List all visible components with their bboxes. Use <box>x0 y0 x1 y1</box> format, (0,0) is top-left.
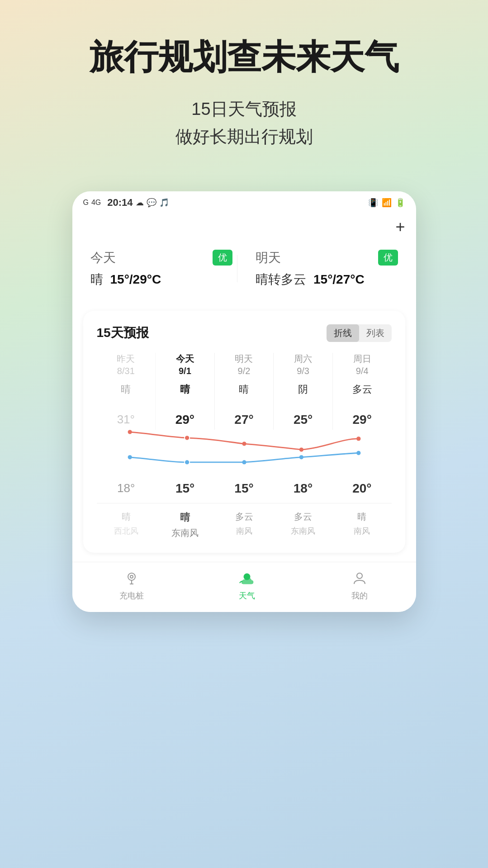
toggle-line-btn[interactable]: 折线 <box>327 324 359 342</box>
nav-label-weather: 天气 <box>239 590 255 601</box>
day-label-2: 明天 <box>235 353 253 365</box>
wind-col-3: 多云 东南风 <box>274 511 332 539</box>
high-dot-1 <box>185 435 190 440</box>
signal-icon: G <box>83 199 89 207</box>
low-temps-row: 18° 15° 15° 18° 20° <box>97 481 392 496</box>
forecast-col-sat: 周六 9/3 阴 25° <box>274 353 333 430</box>
date-label-3: 9/3 <box>297 366 309 376</box>
cond-1: 晴 <box>180 383 190 396</box>
low-dot-4 <box>356 451 360 455</box>
low-dot-1 <box>185 460 190 465</box>
wind-dir-3: 东南风 <box>291 526 315 536</box>
vibrate-icon: 📳 <box>368 198 378 208</box>
charging-icon <box>123 569 141 588</box>
cond-2: 晴 <box>239 383 249 396</box>
toggle-list-btn[interactable]: 列表 <box>359 324 392 342</box>
date-label-1: 9/1 <box>179 366 191 376</box>
hero-section: 旅行规划查未来天气 15日天气预报 做好长期出行规划 <box>0 0 488 169</box>
wind-dir-0: 西北风 <box>114 526 138 536</box>
today-block: 今天 优 晴 15°/29°C <box>90 249 233 288</box>
svg-point-1 <box>130 575 133 578</box>
nav-label-charging: 充电桩 <box>119 590 144 601</box>
today-weather-row: 晴 15°/29°C <box>90 271 233 288</box>
tomorrow-weather-row: 晴转多云 15°/27°C <box>256 271 398 288</box>
tomorrow-temp: 15°/27°C <box>313 272 365 287</box>
cond-3: 阴 <box>298 383 308 396</box>
low-temp-0: 18° <box>97 481 156 496</box>
nav-label-profile: 我的 <box>351 590 368 601</box>
tomorrow-quality-badge: 优 <box>378 250 398 266</box>
nav-item-weather[interactable]: 天气 <box>238 569 256 601</box>
high-dot-4 <box>356 436 360 441</box>
wind-cond-4: 晴 <box>357 511 366 523</box>
toolbar: + <box>72 214 416 240</box>
nav-item-charging[interactable]: 充电桩 <box>119 569 144 601</box>
day-label-0: 昨天 <box>117 353 135 365</box>
nav-item-profile[interactable]: 我的 <box>351 569 369 601</box>
low-dot-3 <box>299 455 303 459</box>
day-label-3: 周六 <box>294 353 312 365</box>
forecast-title: 15天预报 <box>97 324 149 342</box>
hero-title: 旅行规划查未来天气 <box>27 36 461 77</box>
wind-cond-2: 多云 <box>235 511 253 523</box>
separator <box>237 255 237 282</box>
profile-icon <box>351 569 369 588</box>
wind-cond-3: 多云 <box>294 511 312 523</box>
tomorrow-condition: 晴转多云 <box>256 271 306 288</box>
forecast-col-yesterday: 昨天 8/31 晴 31° <box>97 353 156 430</box>
view-toggle[interactable]: 折线 列表 <box>327 324 392 342</box>
high-0: 31° <box>117 413 135 427</box>
status-left: G 4G 20:14 ☁ 💬 🎵 <box>83 197 169 209</box>
music-icon: 🎵 <box>159 198 169 208</box>
high-dot-3 <box>299 447 303 451</box>
today-condition: 晴 <box>90 271 103 288</box>
bottom-nav: 充电桩 天气 我的 <box>72 562 416 612</box>
tomorrow-block: 明天 优 晴转多云 15°/27°C <box>242 249 398 288</box>
battery-icon: 🔋 <box>395 198 405 208</box>
wind-cond-1: 晴 <box>180 511 190 524</box>
low-temp-2: 15° <box>214 481 273 496</box>
today-label-row: 今天 优 <box>90 249 233 266</box>
day-label-4: 周日 <box>353 353 371 365</box>
tomorrow-label: 明天 <box>256 249 281 266</box>
forecast-col-today: 今天 9/1 晴 29° <box>156 353 215 430</box>
low-temp-3: 18° <box>274 481 332 496</box>
today-label: 今天 <box>90 249 116 266</box>
weather-icon <box>238 569 256 588</box>
low-temp-4: 20° <box>332 481 391 496</box>
status-bar: G 4G 20:14 ☁ 💬 🎵 📳 📶 🔋 <box>72 191 416 214</box>
forecast-col-tomorrow: 明天 9/2 晴 27° <box>215 353 274 430</box>
weather-summary: 今天 优 晴 15°/29°C 明天 优 晴转多云 15°/27°C <box>72 240 416 302</box>
low-dot-0 <box>128 455 132 459</box>
wind-dir-4: 南风 <box>354 526 370 536</box>
forecast-columns: 昨天 8/31 晴 31° 今天 9/1 晴 29° 明天 9/2 晴 27° <box>97 353 392 430</box>
tomorrow-label-row: 明天 优 <box>256 249 398 266</box>
wind-col-1: 晴 东南风 <box>156 511 214 539</box>
wind-dir-2: 南风 <box>236 526 252 536</box>
wind-dir-1: 东南风 <box>171 527 199 539</box>
today-quality-badge: 优 <box>213 250 232 266</box>
network-icon: 4G <box>91 199 101 207</box>
today-temp: 15°/29°C <box>110 272 161 287</box>
wind-col-2: 多云 南风 <box>214 511 273 539</box>
cloud-icon: ☁ <box>136 198 144 208</box>
date-label-4: 9/4 <box>356 366 369 376</box>
status-right: 📳 📶 🔋 <box>368 198 405 208</box>
cond-4: 多云 <box>352 383 372 396</box>
high-temp-line <box>130 432 359 450</box>
hero-subtitle: 15日天气预报 做好长期出行规划 <box>27 95 461 151</box>
low-temp-1: 15° <box>156 481 214 496</box>
svg-point-3 <box>357 573 362 579</box>
date-label-0: 8/31 <box>117 366 135 376</box>
forecast-card: 15天预报 折线 列表 昨天 8/31 晴 31° 今天 9/1 晴 29° <box>83 311 405 553</box>
date-label-2: 9/2 <box>238 366 251 376</box>
cond-0: 晴 <box>121 383 131 396</box>
wind-row: 晴 西北风 晴 东南风 多云 南风 多云 东南风 晴 南风 <box>97 503 392 539</box>
chart-container <box>97 421 392 481</box>
day-label-1: 今天 <box>176 353 194 365</box>
wind-col-4: 晴 南风 <box>332 511 391 539</box>
high-dot-0 <box>128 430 132 434</box>
forecast-col-sun: 周日 9/4 多云 29° <box>333 353 392 430</box>
add-button[interactable]: + <box>395 218 405 237</box>
high-dot-2 <box>242 441 246 446</box>
